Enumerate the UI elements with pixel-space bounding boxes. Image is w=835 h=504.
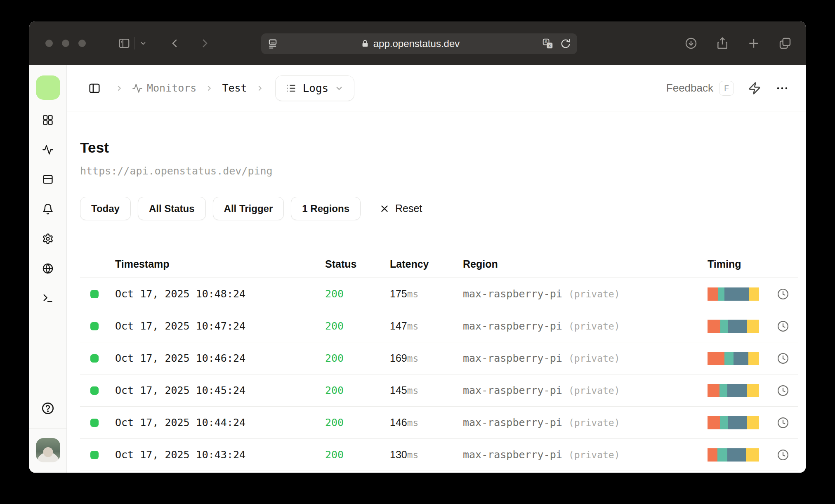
status-page-icon[interactable] [42,174,54,185]
reset-filters-button[interactable]: Reset [379,203,422,214]
share-icon[interactable] [716,37,729,50]
zoom-window-icon[interactable] [78,40,86,47]
table-row[interactable]: Oct 17, 2025 10:45:24 200 145ms max-rasp… [80,374,798,407]
table-header-row: Timestamp Status Latency Region Timing [80,251,798,278]
chevron-right-icon [115,84,124,93]
browser-titlebar: app.openstatus.dev A x [29,21,806,65]
notifications-bell-icon[interactable] [42,203,54,215]
reader-icon[interactable] [267,38,278,49]
chevron-right-icon [205,84,214,93]
clock-icon[interactable] [777,288,789,300]
list-icon [285,82,297,94]
row-timestamp: Oct 17, 2025 10:48:24 [115,288,325,300]
row-latency: 169ms [390,352,463,364]
status-dot [90,322,99,330]
view-selector-logs[interactable]: Logs [275,75,355,101]
table-row[interactable]: Oct 17, 2025 10:46:24 200 169ms max-rasp… [80,342,798,374]
filter-status[interactable]: All Status [138,197,206,220]
dashboard-grid-icon[interactable] [42,114,54,126]
row-status: 200 [325,417,390,429]
status-dot [90,290,99,298]
tab-overview-icon[interactable] [778,37,792,50]
row-region: max-raspberry-pi (private) [463,320,708,332]
monitor-endpoint: https://api.openstatus.dev/ping [80,165,798,177]
timing-bar [708,287,759,301]
row-latency: 130ms [390,449,463,461]
row-region: max-raspberry-pi (private) [463,288,708,300]
download-icon[interactable] [684,37,698,50]
clock-icon[interactable] [777,352,789,365]
row-region: max-raspberry-pi (private) [463,449,708,461]
row-timestamp: Oct 17, 2025 10:47:24 [115,320,325,332]
monitors-activity-icon[interactable] [42,144,54,155]
timing-bar [708,352,759,365]
rail-divider [29,428,67,429]
translate-icon[interactable]: A x [542,38,554,50]
panel-left-toggle-icon[interactable] [88,82,101,94]
close-window-icon[interactable] [45,40,53,47]
sidebar-chevron-icon[interactable] [139,39,147,47]
row-latency: 147ms [390,320,463,332]
globe-icon[interactable] [42,263,54,274]
app-header: Monitors Test Logs [67,65,806,111]
forward-icon[interactable] [198,37,211,49]
col-region: Region [463,258,708,270]
table-row[interactable]: Oct 17, 2025 10:44:24 200 146ms max-rasp… [80,407,798,439]
lock-icon [361,39,370,48]
row-timestamp: Oct 17, 2025 10:46:24 [115,352,325,364]
row-timestamp: Oct 17, 2025 10:43:24 [115,449,325,461]
svg-text:x: x [548,43,551,48]
row-latency: 145ms [390,384,463,396]
row-region: max-raspberry-pi (private) [463,384,708,396]
row-timestamp: Oct 17, 2025 10:45:24 [115,384,325,396]
sidebar-toggle-icon[interactable] [118,37,130,49]
settings-gear-icon[interactable] [42,233,54,245]
filter-regions[interactable]: 1 Regions [291,197,361,220]
table-row[interactable]: Oct 17, 2025 10:43:24 200 130ms max-rasp… [80,439,798,471]
minimize-window-icon[interactable] [62,40,69,47]
user-avatar[interactable] [36,438,60,462]
row-status: 200 [325,320,390,332]
chevron-down-icon [334,83,344,93]
breadcrumb-monitor-name[interactable]: Test [222,82,247,94]
workspace-avatar[interactable] [36,75,60,100]
timing-bar [708,448,759,462]
feedback-button[interactable]: Feedback F [666,81,734,96]
activity-icon [132,83,143,94]
left-rail [29,65,67,473]
status-dot [90,451,99,459]
breadcrumb-monitors[interactable]: Monitors [132,82,196,94]
url-bar[interactable]: app.openstatus.dev A x [261,33,577,54]
back-icon[interactable] [169,37,181,49]
help-icon[interactable] [41,402,54,415]
table-row[interactable]: Oct 17, 2025 10:48:24 200 175ms max-rasp… [80,278,798,310]
terminal-icon[interactable] [42,292,54,304]
filter-date[interactable]: Today [80,197,131,220]
clock-icon[interactable] [777,320,789,332]
feedback-shortcut-badge: F [719,81,734,96]
col-status: Status [325,258,390,270]
row-status: 200 [325,352,390,364]
row-latency: 175ms [390,288,463,300]
reload-icon[interactable] [560,38,571,49]
row-region: max-raspberry-pi (private) [463,417,708,429]
clock-icon[interactable] [777,417,789,429]
zap-icon[interactable] [748,82,761,95]
status-dot [90,354,99,363]
url-text: app.openstatus.dev [373,38,460,49]
new-tab-icon[interactable] [747,37,760,50]
table-row[interactable]: Oct 17, 2025 10:47:24 200 147ms max-rasp… [80,310,798,342]
toolbar-divider [134,37,135,49]
x-icon [379,203,390,214]
log-table-body: Oct 17, 2025 10:48:24 200 175ms max-rasp… [80,278,798,471]
clock-icon[interactable] [777,449,789,461]
filter-trigger[interactable]: All Trigger [213,197,284,220]
timing-bar [708,384,759,397]
clock-icon[interactable] [777,384,789,397]
more-menu-icon[interactable] [775,81,789,95]
row-latency: 146ms [390,417,463,429]
col-timestamp: Timestamp [115,258,325,270]
browser-window: app.openstatus.dev A x [29,21,806,473]
timing-bar [708,320,759,333]
traffic-lights[interactable] [45,40,86,47]
